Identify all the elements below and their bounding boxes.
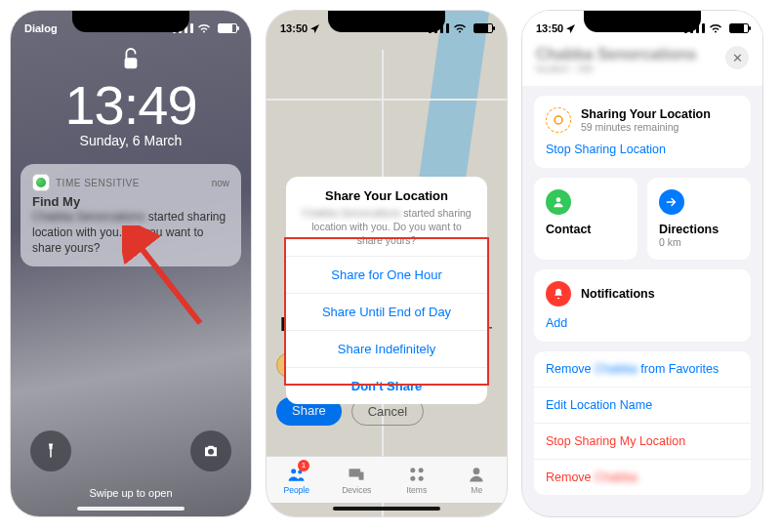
swipe-hint: Swipe up to open xyxy=(11,487,251,499)
contact-label: Contact xyxy=(546,223,626,236)
notifications-label: Notifications xyxy=(581,287,655,301)
contact-icon xyxy=(546,189,571,215)
edit-location-name-action[interactable]: Edit Location Name xyxy=(534,387,751,423)
time-label: 13:50 xyxy=(536,22,563,34)
person-location: location · info xyxy=(536,63,716,74)
notch xyxy=(72,11,189,32)
share-one-hour-option[interactable]: Share for One Hour xyxy=(286,256,487,293)
sheet-subtitle: Chabba Senorcations started sharing loca… xyxy=(302,206,472,248)
share-indefinitely-option[interactable]: Share Indefinitely xyxy=(286,330,487,367)
findmy-phone: 13:50 People + This person shares locati… xyxy=(266,10,508,517)
stop-sharing-link[interactable]: Stop Sharing Location xyxy=(546,143,739,156)
dont-share-option[interactable]: Don't Share xyxy=(286,367,487,404)
directions-icon xyxy=(659,189,684,215)
time-label: 13:50 xyxy=(280,22,308,34)
sharing-subtitle: 59 minutes remaining xyxy=(581,121,711,133)
remove-favorite-action[interactable]: Remove Chabba from Favorites xyxy=(534,351,751,387)
tab-bar: 1 People Devices Items Me xyxy=(267,456,507,503)
notifications-card: Notifications Add xyxy=(534,269,751,342)
person-detail-phone: 13:50 Chabba Senorcations location · inf… xyxy=(521,10,763,517)
notification-age: now xyxy=(212,178,229,188)
findmy-app-icon xyxy=(32,174,50,191)
location-arrow-icon xyxy=(310,24,319,33)
battery-icon xyxy=(473,23,493,33)
tab-devices[interactable]: Devices xyxy=(327,457,388,503)
notch xyxy=(584,11,701,32)
sharing-card: Sharing Your Location 59 minutes remaini… xyxy=(534,96,751,168)
share-end-of-day-option[interactable]: Share Until End of Day xyxy=(286,293,487,330)
notch xyxy=(328,11,445,32)
home-indicator[interactable] xyxy=(77,507,185,511)
time-sensitive-tag: TIME SENSITIVE xyxy=(56,178,140,188)
carrier-label: Dialog xyxy=(24,22,58,34)
sharing-icon xyxy=(546,107,571,133)
svg-point-11 xyxy=(556,197,561,202)
sharing-title: Sharing Your Location xyxy=(581,107,711,121)
notification-app-name: Find My xyxy=(32,194,229,209)
sheet-title: Share Your Location xyxy=(302,188,472,203)
directions-card[interactable]: Directions 0 km xyxy=(647,178,751,260)
svg-point-5 xyxy=(410,468,415,472)
person-name: Chabba Senorcations xyxy=(536,46,716,63)
clock-time: 13:49 xyxy=(11,73,251,137)
stop-sharing-my-location-action[interactable]: Stop Sharing My Location xyxy=(534,423,751,459)
annotation-arrow xyxy=(122,225,210,337)
battery-icon xyxy=(729,23,749,33)
clock-date: Sunday, 6 March xyxy=(11,133,251,148)
wifi-icon xyxy=(197,23,211,33)
tab-items[interactable]: Items xyxy=(387,457,447,503)
svg-point-10 xyxy=(555,116,562,124)
share-location-sheet: Share Your Location Chabba Senorcations … xyxy=(286,177,487,404)
remove-person-action[interactable]: Remove Chabba xyxy=(534,459,751,495)
directions-distance: 0 km xyxy=(659,236,739,248)
bell-icon xyxy=(546,281,571,307)
svg-point-6 xyxy=(418,468,423,472)
svg-point-7 xyxy=(410,476,415,481)
directions-label: Directions xyxy=(659,223,739,236)
add-notification-link[interactable]: Add xyxy=(546,316,739,330)
svg-rect-3 xyxy=(349,469,361,476)
home-indicator[interactable] xyxy=(333,507,440,511)
svg-rect-0 xyxy=(125,58,138,68)
location-arrow-icon xyxy=(566,24,575,33)
camera-button[interactable] xyxy=(190,430,231,471)
svg-point-1 xyxy=(291,469,296,473)
wifi-icon xyxy=(709,23,722,33)
lockscreen-phone: Dialog 13:49 Sunday, 6 March TIME SENSIT… xyxy=(10,10,252,517)
tab-people[interactable]: 1 People xyxy=(267,457,327,503)
actions-list: Remove Chabba from Favorites Edit Locati… xyxy=(534,351,751,495)
flashlight-button[interactable] xyxy=(30,430,71,471)
battery-icon xyxy=(218,23,237,33)
close-button[interactable]: ✕ xyxy=(725,46,749,69)
people-badge: 1 xyxy=(298,460,309,471)
contact-card[interactable]: Contact xyxy=(534,178,637,260)
tab-me[interactable]: Me xyxy=(447,457,508,503)
svg-point-9 xyxy=(473,468,480,474)
svg-point-8 xyxy=(418,476,423,481)
wifi-icon xyxy=(453,23,467,33)
svg-rect-4 xyxy=(359,472,364,480)
